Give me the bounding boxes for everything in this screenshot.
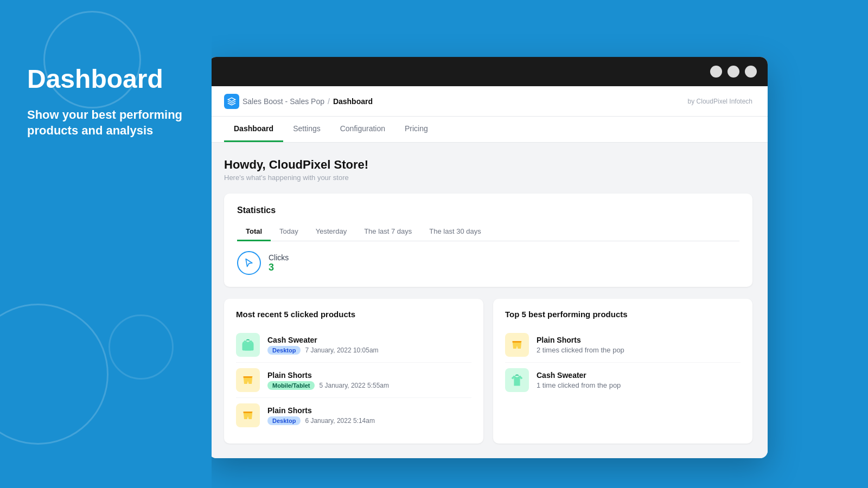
breadcrumb-current: Dashboard — [333, 97, 373, 106]
product-name-3: Plain Shorts — [267, 406, 375, 415]
greeting-subtitle: Here's what's happening with your store — [224, 174, 752, 182]
product-meta-1: Desktop 7 January, 2022 10:05am — [267, 346, 379, 355]
product-name-1: Cash Sweater — [267, 336, 379, 344]
recent-products-title: Most recent 5 clicked products — [236, 310, 471, 319]
top-product-name-1: Plain Shorts — [537, 336, 624, 344]
app-logo-icon — [227, 97, 236, 106]
shorts-icon-2 — [240, 408, 256, 423]
app-window: Sales Boost - Sales Pop / Dashboard by C… — [209, 57, 768, 458]
window-buttons — [710, 66, 757, 78]
statistics-card: Statistics Total Today Yesterday The las… — [224, 194, 752, 287]
left-panel: Dashboard Show your best performing prod… — [0, 0, 212, 488]
decorative-circle-3 — [108, 314, 174, 380]
product-info-3: Plain Shorts Desktop 6 January, 2022 5:1… — [267, 406, 375, 425]
decorative-circle-1 — [43, 11, 141, 108]
title-bar — [209, 57, 768, 86]
breadcrumb-app-name: Sales Boost - Sales Pop — [242, 97, 324, 106]
stats-tab-last30[interactable]: The last 30 days — [420, 223, 489, 241]
product-date-3: 6 January, 2022 5:14am — [305, 417, 375, 425]
clicks-info: Clicks 3 — [269, 253, 289, 273]
clicks-value: 3 — [269, 262, 289, 273]
hero-subtitle: Show your best performing products and a… — [27, 107, 190, 139]
top-product-thumb-2 — [505, 368, 529, 392]
decorative-circle-2 — [0, 304, 108, 445]
product-thumb-1 — [236, 333, 260, 357]
product-meta-2: Mobile/Tablet 5 January, 2022 5:55am — [267, 381, 389, 390]
breadcrumb: Sales Boost - Sales Pop / Dashboard — [224, 94, 373, 109]
window-btn-1[interactable] — [710, 66, 722, 78]
stats-tab-last7[interactable]: The last 7 days — [355, 223, 420, 241]
stats-tab-total[interactable]: Total — [237, 223, 271, 241]
top-product-info-1: Plain Shorts 2 times clicked from the po… — [537, 336, 624, 354]
tab-dashboard[interactable]: Dashboard — [224, 117, 283, 142]
top-product-clicks-1: 2 times clicked from the pop — [537, 346, 624, 354]
statistics-tabs: Total Today Yesterday The last 7 days Th… — [237, 223, 739, 241]
badge-desktop-2: Desktop — [267, 416, 301, 425]
recent-product-item-1: Cash Sweater Desktop 7 January, 2022 10:… — [236, 328, 471, 363]
by-cloudpixel-text: by CloudPixel Infotech — [688, 98, 752, 105]
top-product-clicks-2: 1 time clicked from the pop — [537, 381, 621, 389]
product-info-1: Cash Sweater Desktop 7 January, 2022 10:… — [267, 336, 379, 355]
product-info-2: Plain Shorts Mobile/Tablet 5 January, 20… — [267, 371, 389, 390]
sweater-icon-1 — [240, 337, 256, 352]
product-thumb-3 — [236, 403, 260, 427]
window-btn-3[interactable] — [745, 66, 757, 78]
tab-settings[interactable]: Settings — [283, 117, 330, 142]
clicks-icon — [237, 251, 261, 275]
breadcrumb-separator: / — [328, 97, 330, 106]
clicks-label: Clicks — [269, 253, 289, 262]
greeting-section: Howdy, CloudPixel Store! Here's what's h… — [224, 158, 752, 182]
top-product-info-2: Cash Sweater 1 time clicked from the pop — [537, 371, 621, 389]
product-thumb-2 — [236, 368, 260, 392]
product-date-2: 5 January, 2022 5:55am — [319, 382, 389, 389]
tab-configuration[interactable]: Configuration — [330, 117, 395, 142]
tab-pricing[interactable]: Pricing — [395, 117, 438, 142]
shorts-icon-1 — [240, 373, 256, 388]
badge-mobile-1: Mobile/Tablet — [267, 381, 315, 390]
top-product-name-2: Cash Sweater — [537, 371, 621, 380]
sweater-icon-top-2 — [509, 373, 525, 388]
badge-desktop-1: Desktop — [267, 346, 301, 355]
bottom-row: Most recent 5 clicked products Cash Swea… — [224, 299, 752, 444]
top-products-title: Top 5 best performing products — [505, 310, 741, 319]
product-name-2: Plain Shorts — [267, 371, 389, 380]
top-product-item-1: Plain Shorts 2 times clicked from the po… — [505, 328, 741, 363]
statistics-title: Statistics — [237, 206, 739, 215]
product-meta-3: Desktop 6 January, 2022 5:14am — [267, 416, 375, 425]
main-content: Howdy, CloudPixel Store! Here's what's h… — [209, 143, 768, 458]
top-product-thumb-1 — [505, 333, 529, 357]
recent-product-item-2: Plain Shorts Mobile/Tablet 5 January, 20… — [236, 363, 471, 398]
recent-product-item-3: Plain Shorts Desktop 6 January, 2022 5:1… — [236, 398, 471, 433]
stats-tab-today[interactable]: Today — [271, 223, 307, 241]
nav-tabs: Dashboard Settings Configuration Pricing — [209, 117, 768, 143]
app-icon — [224, 94, 239, 109]
recent-products-card: Most recent 5 clicked products Cash Swea… — [224, 299, 483, 444]
clicks-row: Clicks 3 — [237, 251, 739, 275]
window-btn-2[interactable] — [727, 66, 739, 78]
greeting-title: Howdy, CloudPixel Store! — [224, 158, 752, 172]
top-product-item-2: Cash Sweater 1 time clicked from the pop — [505, 363, 741, 397]
stats-tab-yesterday[interactable]: Yesterday — [307, 223, 355, 241]
product-date-1: 7 January, 2022 10:05am — [305, 346, 378, 354]
shorts-icon-top-1 — [509, 337, 525, 352]
cursor-icon — [244, 258, 254, 268]
app-header: Sales Boost - Sales Pop / Dashboard by C… — [209, 86, 768, 117]
top-products-card: Top 5 best performing products Plain Sho… — [493, 299, 752, 444]
